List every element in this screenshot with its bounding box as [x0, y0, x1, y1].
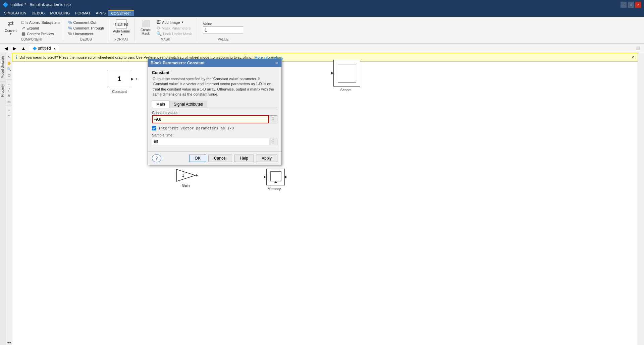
constant-value-dropdown-button[interactable]: ⋮: [269, 115, 277, 123]
dialog-title-bar: Block Parameters: Constant ×: [148, 59, 281, 67]
dialog-help-icon-button[interactable]: ?: [152, 154, 161, 162]
dialog-overlay: Block Parameters: Constant × Constant Ou…: [0, 0, 644, 345]
dialog-tabs: Main Signal Attributes: [152, 101, 277, 108]
interpret-vector-row: Interpret vector parameters as 1-D: [152, 126, 277, 130]
sample-time-label: Sample time:: [152, 133, 277, 137]
dialog-footer: ? OK Cancel Help Apply: [148, 151, 281, 165]
dialog-body: Constant Output the constant specified b…: [148, 67, 281, 151]
constant-value-input[interactable]: [152, 115, 269, 123]
block-params-dialog: Block Parameters: Constant × Constant Ou…: [148, 59, 282, 165]
dialog-constant-value-section: Constant value: ⋮: [152, 111, 277, 123]
dialog-apply-button[interactable]: Apply: [256, 155, 277, 162]
dialog-title: Block Parameters: Constant: [151, 61, 205, 65]
dialog-sample-time-section: Sample time: ⋮: [152, 133, 277, 145]
dialog-section-title: Constant: [152, 70, 277, 75]
constant-value-input-row: ⋮: [152, 115, 277, 123]
sample-time-dropdown-button[interactable]: ⋮: [269, 138, 277, 145]
dialog-close-button[interactable]: ×: [275, 60, 279, 66]
sample-time-input[interactable]: [152, 138, 269, 145]
dialog-cancel-button[interactable]: Cancel: [208, 155, 232, 162]
dialog-help-icon-area: ?: [152, 154, 161, 162]
sample-time-input-row: ⋮: [152, 138, 277, 145]
interpret-vector-checkbox[interactable]: [152, 126, 156, 130]
dialog-description: Output the constant specified by the 'Co…: [152, 76, 277, 97]
constant-value-label: Constant value:: [152, 111, 277, 115]
dialog-tab-main[interactable]: Main: [152, 101, 169, 108]
dialog-tab-signal-attributes[interactable]: Signal Attributes: [169, 101, 207, 108]
dialog-help-button[interactable]: Help: [234, 155, 254, 162]
dialog-ok-button[interactable]: OK: [189, 155, 206, 162]
interpret-vector-label: Interpret vector parameters as 1-D: [158, 126, 234, 130]
